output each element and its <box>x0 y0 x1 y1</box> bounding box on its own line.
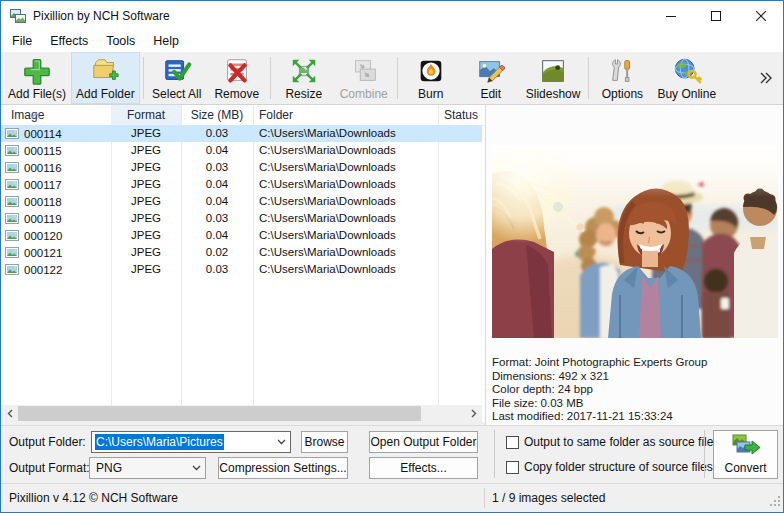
remove-icon <box>222 55 252 87</box>
title-bar: Pixillion by NCH Software <box>1 1 783 30</box>
image-thumbnail-icon <box>5 128 19 139</box>
cell-size: 0.04 <box>181 193 253 210</box>
minimize-button[interactable] <box>648 1 693 30</box>
menu-help[interactable]: Help <box>144 31 188 51</box>
toolbar-button-edit[interactable]: Edit <box>461 52 521 104</box>
compression-settings-button[interactable]: Compression Settings... <box>218 457 348 479</box>
toolbar-label: Buy Online <box>657 87 716 101</box>
version-text: Pixillion v 4.12 © NCH Software <box>1 491 178 505</box>
toolbar-button-buy-online[interactable]: Buy Online <box>652 52 721 104</box>
image-thumbnail-icon <box>5 230 19 241</box>
checkbox-same-folder[interactable]: Output to same folder as source files <box>506 435 719 449</box>
close-button[interactable] <box>738 1 783 30</box>
output-format-combobox[interactable]: PNG <box>89 457 206 479</box>
column-header-size[interactable]: Size (MB) <box>181 105 253 125</box>
toolbar-button-add-files[interactable]: Add File(s) <box>3 52 71 104</box>
cell-image: 000116 <box>1 159 111 176</box>
table-row[interactable]: 000120 JPEG 0.04 C:\Users\Maria\Download… <box>1 227 482 244</box>
output-format-value: PNG <box>96 461 122 475</box>
toolbar-button-remove[interactable]: Remove <box>207 52 267 104</box>
convert-label: Convert <box>724 461 766 475</box>
resize-grip[interactable] <box>769 495 781 510</box>
table-row[interactable]: 000118 JPEG 0.04 C:\Users\Maria\Download… <box>1 193 482 210</box>
cell-format: JPEG <box>111 125 181 142</box>
cell-format: JPEG <box>111 261 181 278</box>
checkbox-copy-structure[interactable]: Copy folder structure of source files <box>506 460 713 474</box>
scrollbar-thumb[interactable] <box>18 406 421 421</box>
menu-file[interactable]: File <box>3 31 41 51</box>
cell-status <box>438 125 482 142</box>
cell-size: 0.04 <box>181 142 253 159</box>
table-row[interactable]: 000121 JPEG 0.02 C:\Users\Maria\Download… <box>1 244 482 261</box>
status-bar: Pixillion v 4.12 © NCH Software 1 / 9 im… <box>1 483 783 512</box>
status-divider <box>484 488 485 508</box>
open-output-folder-button[interactable]: Open Output Folder <box>369 431 478 453</box>
toolbar-label: Remove <box>214 87 259 101</box>
menu-bar: File Effects Tools Help <box>1 30 783 52</box>
app-window: Pixillion by NCH Software File Effects T… <box>0 0 784 513</box>
column-header-image[interactable]: Image <box>1 105 111 125</box>
column-header-folder[interactable]: Folder <box>253 105 438 125</box>
table-row[interactable]: 000117 JPEG 0.04 C:\Users\Maria\Download… <box>1 176 482 193</box>
cell-image: 000117 <box>1 176 111 193</box>
column-header-format[interactable]: Format <box>111 105 181 125</box>
menu-effects[interactable]: Effects <box>41 31 97 51</box>
image-thumbnail-icon <box>5 196 19 207</box>
toolbar-button-select-all[interactable]: Select All <box>147 52 207 104</box>
checkbox-icon[interactable] <box>506 436 519 449</box>
toolbar-button-options[interactable]: Options <box>592 52 652 104</box>
toolbar-separator <box>397 57 398 99</box>
chevron-down-icon[interactable] <box>188 465 205 471</box>
table-row[interactable]: 000119 JPEG 0.03 C:\Users\Maria\Download… <box>1 210 482 227</box>
column-header-status[interactable]: Status <box>438 105 485 125</box>
cell-format: JPEG <box>111 176 181 193</box>
output-folder-combobox[interactable]: C:\Users\Maria\Pictures <box>91 431 291 453</box>
scroll-left-icon[interactable] <box>1 405 18 422</box>
table-row[interactable]: 000116 JPEG 0.03 C:\Users\Maria\Download… <box>1 159 482 176</box>
checkbox-icon[interactable] <box>506 461 519 474</box>
toolbar-button-burn[interactable]: Burn <box>401 52 461 104</box>
menu-tools[interactable]: Tools <box>97 31 144 51</box>
info-dimensions: Dimensions: 492 x 321 <box>492 370 707 384</box>
cell-format: JPEG <box>111 193 181 210</box>
cell-folder: C:\Users\Maria\Downloads <box>253 125 438 142</box>
panel-divider <box>494 430 495 478</box>
scroll-right-icon[interactable] <box>465 405 482 422</box>
table-row[interactable]: 000115 JPEG 0.04 C:\Users\Maria\Download… <box>1 142 482 159</box>
table-row[interactable]: 000114 JPEG 0.03 C:\Users\Maria\Download… <box>1 125 482 142</box>
burn-icon <box>416 55 446 87</box>
cell-folder: C:\Users\Maria\Downloads <box>253 193 438 210</box>
toolbar-separator <box>143 57 144 99</box>
cell-image: 000114 <box>1 125 111 142</box>
toolbar-button-slideshow[interactable]: Slideshow <box>521 52 586 104</box>
cell-image: 000120 <box>1 227 111 244</box>
cell-size: 0.03 <box>181 159 253 176</box>
sort-ascending-icon <box>31 107 41 121</box>
image-name: 000114 <box>24 128 62 140</box>
table-row[interactable]: 000122 JPEG 0.03 C:\Users\Maria\Download… <box>1 261 482 278</box>
cell-size: 0.04 <box>181 176 253 193</box>
resize-icon <box>289 55 319 87</box>
effects-button[interactable]: Effects... <box>369 457 478 479</box>
maximize-button[interactable] <box>693 1 738 30</box>
info-file-size: File size: 0.03 MB <box>492 397 707 411</box>
cell-size: 0.04 <box>181 227 253 244</box>
toolbar-button-resize[interactable]: Resize <box>274 52 334 104</box>
cell-folder: C:\Users\Maria\Downloads <box>253 159 438 176</box>
cell-size: 0.02 <box>181 244 253 261</box>
image-thumbnail-icon <box>5 213 19 224</box>
output-folder-value[interactable]: C:\Users\Maria\Pictures <box>95 434 224 450</box>
toolbar-label: Add Folder <box>76 87 135 101</box>
toolbar-button-add-folder[interactable]: Add Folder <box>71 52 140 104</box>
toolbar-label: Select All <box>152 87 201 101</box>
horizontal-scrollbar[interactable] <box>1 405 482 422</box>
toolbar-overflow-chevron[interactable] <box>750 52 781 104</box>
convert-button[interactable]: Convert <box>713 430 778 479</box>
image-thumbnail-icon <box>5 179 19 190</box>
cell-size: 0.03 <box>181 261 253 278</box>
cell-folder: C:\Users\Maria\Downloads <box>253 210 438 227</box>
browse-button[interactable]: Browse <box>301 431 348 453</box>
app-icon <box>10 8 26 23</box>
chevron-down-icon[interactable] <box>273 439 290 445</box>
cell-size: 0.03 <box>181 125 253 142</box>
